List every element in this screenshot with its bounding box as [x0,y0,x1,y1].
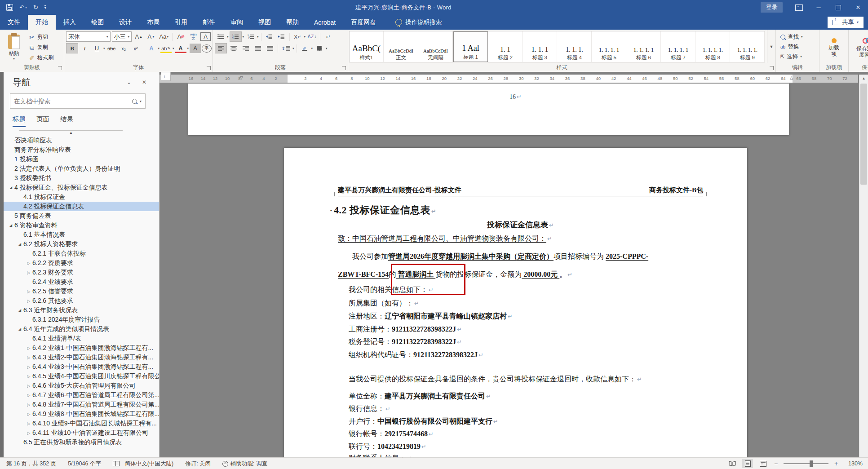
nav-heading-item[interactable]: 3 授权委托书 [4,173,159,183]
sign-in-button[interactable]: 登录 [761,2,783,13]
undo-button[interactable]: ↶▾ [19,4,27,11]
vertical-scrollbar[interactable]: ▲ [859,75,868,457]
page-indicator[interactable]: 第 16 页，共 352 页 [6,460,56,468]
zoom-out-button[interactable]: − [773,460,779,467]
style-item-标题 3[interactable]: 1. 1. 1标题 3 [523,31,557,62]
scroll-up-arrow[interactable]: ▲ [859,75,868,82]
styles-dialog-launcher[interactable] [770,66,774,70]
collapsed-arrow-icon[interactable]: ▷ [25,289,32,294]
nav-heading-item[interactable]: ▷6.2.5 信誉要求 [4,287,159,296]
style-item-样式1[interactable]: AaBbC(样式1 [350,31,384,62]
grow-font-button[interactable]: A▲ [133,32,144,41]
collapsed-arrow-icon[interactable]: ▷ [25,384,32,388]
share-button[interactable]: 共享 ▾ [828,17,864,28]
enclose-characters-button[interactable]: 字 [202,44,212,53]
redo-button[interactable]: ↻ [33,4,38,11]
tab-审阅[interactable]: 审阅 [223,15,251,30]
style-item-标题 1[interactable]: 1 Aal标题 1 [453,31,488,62]
tab-file[interactable]: 文件 [0,15,28,30]
collapsed-arrow-icon[interactable]: ▷ [25,431,32,435]
nav-heading-item[interactable]: ▷6.4.5 业绩4-中国石油集团川庆钻探工程有限公司 [4,372,159,381]
nav-heading-item[interactable]: 6.4.1 业绩清单/表 [4,334,159,343]
font-color-button[interactable]: A [175,44,186,53]
nav-heading-item[interactable]: ▷6.4.11 业绩10-中油管道建设工程有限公司 [4,428,159,438]
tab-绘图[interactable]: 绘图 [84,15,111,30]
collapsed-arrow-icon[interactable]: ▷ [25,374,32,379]
align-right-button[interactable] [240,44,251,53]
nav-tab-页面[interactable]: 页面 [36,115,49,127]
asian-layout-button[interactable]: X⇄ [292,32,303,41]
borders-button[interactable] [314,44,325,53]
nav-pane-options-icon[interactable]: ⌄ [127,79,131,85]
italic-button[interactable]: I [79,44,90,53]
bullets-button[interactable] [215,32,226,41]
show-hide-marks-button[interactable]: ↵ [323,32,334,41]
nav-heading-item[interactable]: ▷6.4.8 业绩7-中国石油管道局工程有限公司第... [4,400,159,409]
accessibility-indicator[interactable]: 辅助功能: 调查 [222,460,267,468]
select-button[interactable]: ⇱选择▾ [778,52,817,61]
zoom-in-button[interactable]: + [833,460,839,467]
nav-heading-item[interactable]: 6.3.1 2024年度审计报告 [4,315,159,324]
nav-heading-item[interactable]: 4.2 投标保证金信息表 [4,202,159,211]
nav-pane-close-icon[interactable]: ✕ [142,79,146,85]
nav-heading-item[interactable]: ▷6.2.6 其他要求 [4,296,159,305]
collapsed-arrow-icon[interactable]: ▷ [25,365,32,369]
style-item-无间隔[interactable]: AaBbCcDdI无间隔 [419,31,453,62]
nav-heading-item[interactable]: 6.1 基本情况表 [4,230,159,239]
numbering-button[interactable]: 123 [230,31,242,42]
nav-heading-item[interactable]: ◢6 资格审查资料 [4,221,159,230]
superscript-button[interactable]: x² [130,44,142,53]
word-count[interactable]: 5/19046 个字 [68,460,101,468]
style-item-标题 4[interactable]: 1. 1. 1.标题 4 [558,31,592,62]
collapsed-arrow-icon[interactable]: ▷ [25,261,32,265]
save-to-baidu-button[interactable]: 保存到百度网盘 [850,31,868,63]
nav-heading-item[interactable]: ▷6.2.2 资质要求 [4,258,159,268]
styles-more-button[interactable]: ▼ [767,30,775,63]
bold-button[interactable]: B [66,43,78,53]
tab-开始[interactable]: 开始 [28,15,56,30]
language-indicator[interactable]: 简体中文(中国大陆) [125,460,173,468]
nav-heading-item[interactable]: 1 投标函 [4,155,159,164]
style-item-正文[interactable]: AaBbCcDdI正文 [384,31,418,62]
page-previous[interactable]: 16↵ [188,84,789,135]
right-indent-marker[interactable]: △ [790,75,793,80]
increase-indent-button[interactable] [276,32,287,41]
align-center-button[interactable] [228,44,239,53]
nav-scrollbar[interactable] [0,72,4,457]
style-item-标题 9[interactable]: 1. 1. 1. 1.标题 9 [731,31,765,62]
justify-button[interactable] [252,44,263,53]
underline-button[interactable]: U [91,44,102,53]
nav-heading-item[interactable]: ▷6.2.3 财务要求 [4,268,159,277]
shrink-font-button[interactable]: A▼ [146,32,157,41]
replace-button[interactable]: ab替换 [778,42,817,51]
ribbon-display-options-button[interactable] [789,0,809,15]
scrollbar-thumb[interactable] [860,84,867,185]
nav-heading-item[interactable]: ◢4 投标保证金、投标保证金信息表 [4,183,159,192]
collapsed-arrow-icon[interactable]: ▷ [25,421,32,426]
nav-heading-item[interactable]: ◢6.3 近年财务状况表 [4,305,159,315]
tab-百度网盘[interactable]: 百度网盘 [343,15,384,30]
tab-插入[interactable]: 插入 [56,15,84,30]
style-item-标题 8[interactable]: 1. 1. 1. 1.标题 8 [696,31,730,62]
paragraph-dialog-launcher[interactable] [342,66,346,70]
font-size-combo[interactable]: 小三▾ [112,31,132,42]
strikethrough-button[interactable]: abc [106,44,117,53]
search-dropdown-icon[interactable]: ▾ [140,99,142,103]
collapsed-arrow-icon[interactable]: ▷ [25,346,32,350]
page-current[interactable]: 建平县万兴膨润土有限责任公司-投标文件 商务投标文件-B包 ▪4.2 投标保证金… [284,148,747,457]
tab-Acrobat[interactable]: Acrobat [306,15,343,30]
nav-heading-item[interactable]: ▷6.4.9 业绩8-中国石油集团长城钻探工程有限... [4,409,159,419]
nav-heading-item[interactable]: 6.5 正在供货和新承接的项目情况表 [4,438,159,447]
search-input[interactable] [10,98,132,105]
expanded-arrow-icon[interactable]: ◢ [16,242,23,246]
nav-heading-item[interactable]: 商务评分标准响应表 [4,145,159,155]
sort-button[interactable]: AZ↓ [306,32,318,41]
restore-button[interactable] [828,0,848,15]
multilevel-list-button[interactable]: 1ai [245,32,256,41]
nav-heading-item[interactable]: ▷6.4.6 业绩5-大庆石油管理局有限公司 [4,381,159,390]
tab-selector[interactable]: ∟ [161,72,171,81]
collapsed-arrow-icon[interactable]: ▷ [25,270,32,275]
tell-me-search[interactable]: 操作说明搜索 [395,15,442,30]
nav-heading-item[interactable]: ▷6.4.2 业绩1-中国石油集团渤海钻探工程有... [4,343,159,353]
style-item-标题 5[interactable]: 1. 1. 1. 1标题 5 [592,31,626,62]
